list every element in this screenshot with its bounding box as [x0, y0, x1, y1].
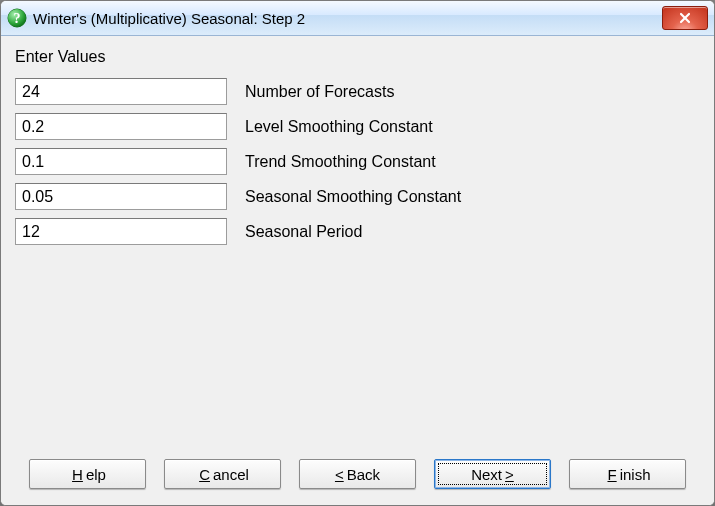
seasonal-period-input[interactable] — [15, 218, 227, 245]
button-mnemonic: < — [335, 466, 344, 483]
level-smooth-input[interactable] — [15, 113, 227, 140]
close-icon — [678, 12, 692, 24]
help-app-icon: ? — [7, 8, 27, 28]
field-row-level-smooth: Level Smoothing Constant — [15, 113, 700, 140]
field-row-seasonal-period: Seasonal Period — [15, 218, 700, 245]
svg-text:?: ? — [14, 11, 21, 26]
button-mnemonic: > — [505, 466, 514, 483]
finish-button[interactable]: Finish — [569, 459, 686, 489]
level-smooth-label: Level Smoothing Constant — [245, 118, 433, 136]
titlebar: ? Winter's (Multiplicative) Seasonal: St… — [1, 1, 714, 36]
help-button[interactable]: Help — [29, 459, 146, 489]
num-forecasts-label: Number of Forecasts — [245, 83, 394, 101]
dialog-window: ? Winter's (Multiplicative) Seasonal: St… — [0, 0, 715, 506]
button-post: inish — [620, 466, 651, 483]
button-pre: Next — [471, 466, 502, 483]
button-bar: Help Cancel < Back Next > Finish — [15, 449, 700, 505]
button-post: Back — [347, 466, 380, 483]
next-button[interactable]: Next > — [434, 459, 551, 489]
fields-group: Number of Forecasts Level Smoothing Cons… — [15, 78, 700, 245]
field-row-num-forecasts: Number of Forecasts — [15, 78, 700, 105]
seasonal-smooth-label: Seasonal Smoothing Constant — [245, 188, 461, 206]
trend-smooth-input[interactable] — [15, 148, 227, 175]
close-button[interactable] — [662, 6, 708, 30]
button-mnemonic: F — [607, 466, 616, 483]
field-row-trend-smooth: Trend Smoothing Constant — [15, 148, 700, 175]
back-button[interactable]: < Back — [299, 459, 416, 489]
window-title: Winter's (Multiplicative) Seasonal: Step… — [33, 10, 656, 27]
num-forecasts-input[interactable] — [15, 78, 227, 105]
button-post: elp — [86, 466, 106, 483]
button-mnemonic: C — [199, 466, 210, 483]
field-row-seasonal-smooth: Seasonal Smoothing Constant — [15, 183, 700, 210]
client-area: Enter Values Number of Forecasts Level S… — [1, 36, 714, 505]
section-label: Enter Values — [15, 48, 700, 66]
seasonal-smooth-input[interactable] — [15, 183, 227, 210]
button-post: ancel — [213, 466, 249, 483]
seasonal-period-label: Seasonal Period — [245, 223, 362, 241]
button-mnemonic: H — [72, 466, 83, 483]
trend-smooth-label: Trend Smoothing Constant — [245, 153, 436, 171]
cancel-button[interactable]: Cancel — [164, 459, 281, 489]
